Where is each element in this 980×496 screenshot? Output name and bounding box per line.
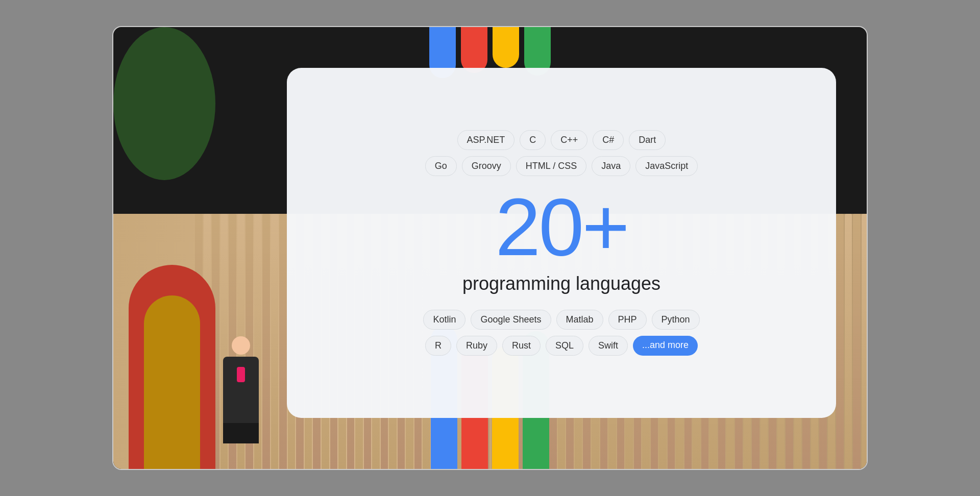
hero-number: 20+ [495, 186, 627, 268]
top-tag-rows: ASP.NET C C++ C# Dart Go Groovy HTML / C… [425, 130, 698, 176]
hero-subtitle: programming languages [462, 273, 660, 294]
tag-htmlcss: HTML / CSS [516, 156, 586, 176]
person-legs [223, 423, 259, 443]
person-body [223, 357, 259, 423]
bottom-tag-row-2: R Ruby Rust SQL Swift ...and more [425, 336, 698, 356]
tag-python: Python [652, 310, 700, 330]
tag-matlab: Matlab [556, 310, 603, 330]
tag-googlesheets: Google Sheets [471, 310, 551, 330]
top-bar-yellow [493, 27, 519, 68]
bottom-tag-row-1: Kotlin Google Sheets Matlab PHP Python [423, 310, 699, 330]
tag-go: Go [425, 156, 457, 176]
tag-aspnet: ASP.NET [457, 130, 515, 150]
tag-kotlin: Kotlin [423, 310, 465, 330]
presenter-person [220, 336, 261, 438]
tag-rust: Rust [502, 336, 541, 356]
top-tag-row-1: ASP.NET C C++ C# Dart [457, 130, 666, 150]
tag-swift: Swift [589, 336, 628, 356]
top-bar-red [461, 27, 487, 73]
tag-ruby: Ruby [456, 336, 497, 356]
top-tag-row-2: Go Groovy HTML / CSS Java JavaScript [425, 156, 698, 176]
and-more-button[interactable]: ...and more [633, 336, 698, 356]
tree-left [113, 27, 215, 180]
tag-php: PHP [608, 310, 647, 330]
tag-javascript: JavaScript [635, 156, 698, 176]
bg-arch-inner [144, 295, 200, 469]
tag-groovy: Groovy [462, 156, 511, 176]
tag-sql: SQL [546, 336, 583, 356]
tag-r: R [425, 336, 451, 356]
tag-cpp: C++ [551, 130, 587, 150]
tag-dart: Dart [629, 130, 666, 150]
tag-java: Java [592, 156, 630, 176]
bottom-tag-rows: Kotlin Google Sheets Matlab PHP Python R… [423, 310, 699, 356]
person-head [232, 336, 250, 355]
screenshot-frame: ASP.NET C C++ C# Dart Go Groovy HTML / C… [112, 26, 868, 470]
tag-c: C [520, 130, 546, 150]
main-card: ASP.NET C C++ C# Dart Go Groovy HTML / C… [287, 68, 836, 418]
tag-csharp: C# [593, 130, 624, 150]
